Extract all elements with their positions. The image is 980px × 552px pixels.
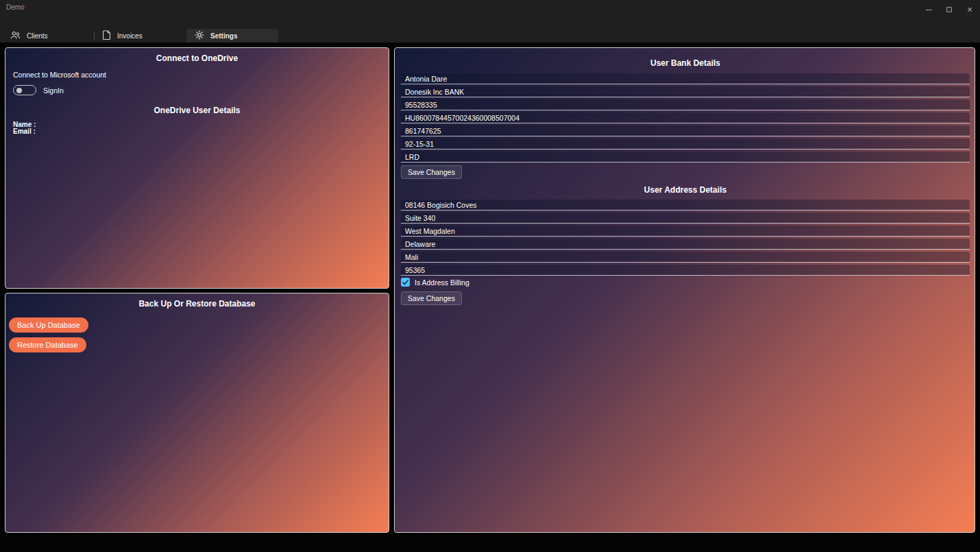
- account-number-input[interactable]: [401, 99, 970, 110]
- state-input[interactable]: [401, 239, 970, 250]
- address-save-changes-button[interactable]: Save Changes: [401, 291, 462, 305]
- bank-name-input[interactable]: [401, 86, 970, 97]
- onedrive-email-label: Email :: [13, 128, 384, 135]
- user-details-panel: User Bank Details Save Changes User Addr…: [394, 47, 975, 533]
- signin-toggle[interactable]: [13, 85, 36, 95]
- tab-settings[interactable]: Settings: [186, 29, 278, 43]
- left-column: Connect to OneDrive Connect to Microsoft…: [5, 47, 389, 533]
- microsoft-account-label: Connect to Microsoft account: [13, 71, 384, 79]
- titlebar: Demo ✕: [0, 0, 980, 19]
- backup-database-button[interactable]: Back Up Database: [9, 317, 88, 333]
- document-icon: [103, 30, 111, 41]
- close-button[interactable]: ✕: [959, 3, 980, 16]
- close-icon: ✕: [966, 6, 972, 14]
- tab-invoices[interactable]: Invoices: [95, 29, 186, 43]
- signin-label: SignIn: [43, 86, 64, 95]
- suite-input[interactable]: [401, 213, 970, 224]
- tab-clients[interactable]: Clients: [2, 29, 94, 43]
- is-address-billing-label: Is Address Billing: [415, 278, 469, 287]
- window-title: Demo: [6, 3, 25, 11]
- sort-code-input[interactable]: [401, 139, 970, 149]
- onedrive-panel-title: Connect to OneDrive: [5, 48, 389, 63]
- bank-details-title: User Bank Details: [401, 57, 970, 68]
- routing-number-input[interactable]: [401, 125, 970, 136]
- street-input[interactable]: [401, 200, 970, 211]
- maximize-icon: [946, 7, 952, 12]
- gear-icon: [195, 30, 204, 41]
- city-input[interactable]: [401, 226, 970, 237]
- tab-label: Invoices: [117, 32, 143, 40]
- backup-panel: Back Up Or Restore Database Back Up Data…: [5, 293, 389, 533]
- onedrive-user-details-title: OneDrive User Details: [10, 106, 384, 115]
- right-column: User Bank Details Save Changes User Addr…: [394, 47, 975, 533]
- onedrive-panel: Connect to OneDrive Connect to Microsoft…: [5, 47, 389, 289]
- tab-label: Clients: [27, 32, 48, 40]
- iban-input[interactable]: [401, 112, 970, 123]
- toggle-knob-icon: [16, 88, 22, 93]
- minimize-button[interactable]: [918, 3, 939, 16]
- bank-save-changes-button[interactable]: Save Changes: [401, 165, 462, 179]
- account-holder-input[interactable]: [401, 73, 970, 84]
- backup-panel-title: Back Up Or Restore Database: [5, 293, 389, 309]
- is-address-billing-checkbox[interactable]: [401, 278, 410, 287]
- tab-bar: Clients Invoices: [2, 29, 278, 43]
- window-controls: ✕: [918, 3, 980, 16]
- zip-input[interactable]: [401, 265, 970, 276]
- country-input[interactable]: [401, 252, 970, 263]
- main-content: Connect to OneDrive Connect to Microsoft…: [0, 43, 980, 552]
- checkmark-icon: [402, 280, 408, 285]
- restore-database-button[interactable]: Restore Database: [9, 337, 86, 352]
- people-icon: [10, 31, 21, 41]
- onedrive-name-label: Name :: [13, 121, 384, 128]
- tab-label: Settings: [210, 32, 237, 40]
- window-chrome: Demo ✕ Clients: [0, 0, 980, 43]
- address-details-title: User Address Details: [401, 185, 970, 195]
- currency-input[interactable]: [401, 152, 970, 163]
- minimize-icon: [926, 10, 932, 10]
- maximize-button[interactable]: [939, 3, 959, 16]
